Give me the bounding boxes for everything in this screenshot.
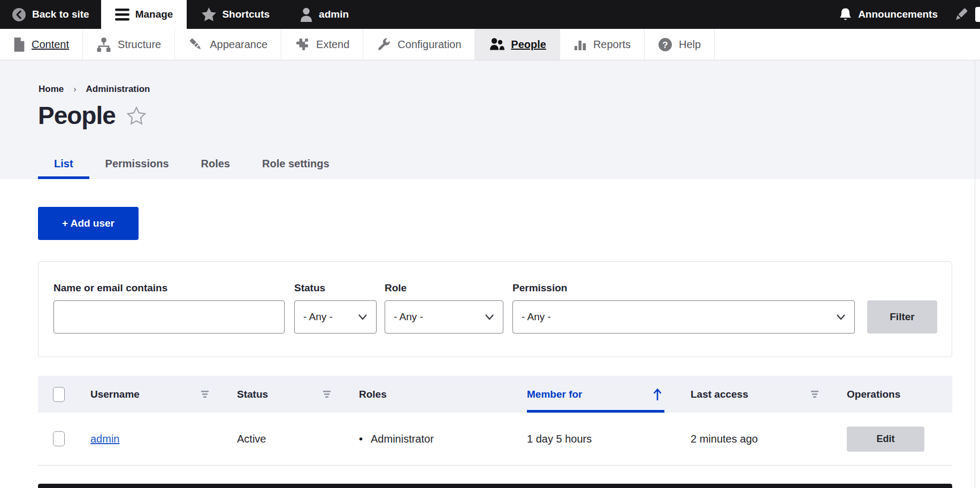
tab-role-settings-label: Role settings xyxy=(262,158,330,170)
header-status-label: Status xyxy=(237,389,268,400)
role-filter-select[interactable]: - Any - xyxy=(385,300,503,334)
last-access-value: 2 minutes ago xyxy=(691,433,758,445)
clipped-bottom-element xyxy=(38,484,952,488)
tab-roles-label: Roles xyxy=(201,158,230,170)
tab-list-label: List xyxy=(54,158,73,170)
announcements-label: Announcements xyxy=(858,9,938,20)
tab-roles[interactable]: Roles xyxy=(185,151,246,179)
star-icon xyxy=(202,7,216,21)
header-operations-label: Operations xyxy=(847,389,900,400)
users-table: Username Status xyxy=(38,376,952,466)
shortcuts-label: Shortcuts xyxy=(222,9,270,20)
menu-item-content[interactable]: Content xyxy=(0,29,83,60)
edit-button[interactable]: Edit xyxy=(847,427,924,452)
breadcrumb-home-link[interactable]: Home xyxy=(39,84,64,95)
breadcrumb-administration-link[interactable]: Administration xyxy=(86,84,150,95)
edit-shortcuts-button[interactable] xyxy=(950,0,975,29)
chevron-down-icon xyxy=(836,314,846,320)
tab-list[interactable]: List xyxy=(38,151,89,179)
username-link[interactable]: admin xyxy=(90,433,119,445)
header-username[interactable]: Username xyxy=(80,376,226,413)
back-to-site-label: Back to site xyxy=(32,9,89,20)
menu-item-reports[interactable]: Reports xyxy=(560,29,645,60)
puzzle-icon xyxy=(295,37,310,51)
menu-label-extend: Extend xyxy=(316,38,349,51)
announcements-button[interactable]: Announcements xyxy=(827,0,950,29)
back-arrow-icon xyxy=(12,7,26,22)
pencil-icon xyxy=(953,6,970,23)
chevron-down-icon xyxy=(485,314,494,320)
header-username-label: Username xyxy=(90,389,140,400)
hamburger-icon xyxy=(115,9,129,21)
add-user-button[interactable]: + Add user xyxy=(38,207,139,240)
primary-tabs: List Permissions Roles Role settings xyxy=(38,151,346,179)
sort-icon xyxy=(809,390,820,399)
breadcrumb-separator: › xyxy=(73,84,76,94)
svg-text:?: ? xyxy=(662,40,668,50)
wrench-icon xyxy=(377,37,391,52)
header-operations: Operations xyxy=(836,376,952,413)
sort-ascending-icon xyxy=(652,388,663,401)
file-icon xyxy=(13,37,25,52)
menu-item-structure[interactable]: Structure xyxy=(83,29,175,60)
shortcuts-button[interactable]: Shortcuts xyxy=(187,0,281,29)
menu-label-structure: Structure xyxy=(118,38,161,51)
menu-item-appearance[interactable]: Appearance xyxy=(175,29,281,60)
menu-label-reports: Reports xyxy=(593,38,631,51)
header-status[interactable]: Status xyxy=(226,376,348,413)
page-header: Home › Administration People List Permis… xyxy=(0,60,980,179)
main-content: + Add user Name or email contains Status… xyxy=(0,179,980,488)
role-list-item: • Administrator xyxy=(359,433,434,445)
select-all-checkbox[interactable] xyxy=(53,387,65,402)
manage-label: Manage xyxy=(135,9,173,20)
admin-menu: Content Structure Appearance xyxy=(0,29,980,60)
menu-item-help[interactable]: ? Help xyxy=(645,29,715,60)
menu-item-configuration[interactable]: Configuration xyxy=(363,29,475,60)
tab-permissions[interactable]: Permissions xyxy=(89,151,185,179)
name-filter-input[interactable] xyxy=(53,300,285,334)
table-row: admin Active • Administrator 1 day 5 hou… xyxy=(38,413,952,466)
paintbrush-icon xyxy=(188,37,203,52)
help-icon: ? xyxy=(658,37,672,52)
header-member-for-label: Member for xyxy=(527,389,582,400)
filter-panel: Name or email contains Status Role Permi… xyxy=(38,261,952,357)
menu-label-content: Content xyxy=(32,38,69,51)
bell-icon xyxy=(839,7,852,22)
menu-label-configuration: Configuration xyxy=(397,38,461,51)
menu-item-people[interactable]: People xyxy=(475,29,560,60)
row-checkbox[interactable] xyxy=(53,431,65,446)
header-last-access[interactable]: Last access xyxy=(680,376,836,413)
clipped-edge-element xyxy=(975,7,980,22)
sort-icon xyxy=(321,390,332,399)
filter-submit-button[interactable]: Filter xyxy=(867,300,937,334)
name-filter-label: Name or email contains xyxy=(53,282,167,294)
menu-label-help: Help xyxy=(679,38,701,51)
back-to-site-button[interactable]: Back to site xyxy=(0,0,101,29)
status-filter-select[interactable]: - Any - xyxy=(294,300,377,334)
bullet: • xyxy=(359,433,363,445)
sort-icon xyxy=(200,390,210,399)
header-last-access-label: Last access xyxy=(691,389,748,400)
menu-label-appearance: Appearance xyxy=(210,38,267,51)
bookmark-star-icon[interactable] xyxy=(126,106,147,126)
menu-item-extend[interactable]: Extend xyxy=(281,29,363,60)
tab-role-settings[interactable]: Role settings xyxy=(246,151,346,179)
user-menu[interactable]: admin xyxy=(281,0,361,29)
page-title: People xyxy=(38,101,116,130)
role-value: Administrator xyxy=(371,433,434,445)
user-icon xyxy=(300,7,313,22)
toolbar-spacer xyxy=(361,0,827,29)
bar-chart-icon xyxy=(573,38,587,51)
admin-toolbar: Back to site Manage Shortcuts admin xyxy=(0,0,980,29)
role-filter-label: Role xyxy=(385,282,407,294)
status-value: Active xyxy=(237,433,266,445)
permission-filter-select[interactable]: - Any - xyxy=(512,300,855,334)
header-roles: Roles xyxy=(348,376,518,413)
chevron-down-icon xyxy=(358,314,368,320)
scrollbar-track[interactable] xyxy=(975,60,975,488)
status-filter-value: - Any - xyxy=(303,311,333,323)
user-label: admin xyxy=(319,9,349,20)
header-member-for[interactable]: Member for xyxy=(518,376,680,413)
menu-label-people: People xyxy=(511,38,546,51)
manage-tab[interactable]: Manage xyxy=(101,0,187,29)
